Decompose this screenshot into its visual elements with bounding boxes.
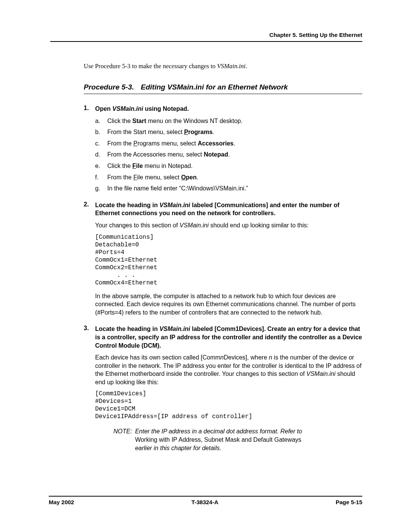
intro-suffix: . bbox=[245, 62, 247, 70]
t: Click the bbox=[107, 163, 132, 169]
intro-text: Use Procedure 5-3 to make the necessary … bbox=[84, 62, 362, 70]
t: Devices], where bbox=[224, 354, 269, 361]
step-2: Locate the heading in VSMain.ini labeled… bbox=[84, 201, 362, 317]
step-1-head-file: VSMain.ini bbox=[112, 105, 143, 112]
step-2-code: [Communications] Detachable=0 #Ports=4 C… bbox=[95, 233, 362, 287]
step-3: Locate the heading in VSMain.ini labeled… bbox=[84, 325, 362, 452]
intro-file: VSMain.ini bbox=[217, 62, 246, 70]
substep-1b: From the Start menu, select Programs. bbox=[95, 128, 362, 136]
substep-1f: From the File menu, select Open. bbox=[95, 173, 362, 182]
t: Each device has its own section called [… bbox=[95, 354, 220, 361]
step-1-head-c: using Notepad. bbox=[143, 105, 189, 112]
substep-1a: Click the Start menu on the Windows NT d… bbox=[95, 117, 362, 125]
step-2-file: VSMain.ini bbox=[159, 202, 190, 208]
step-1-substeps: Click the Start menu on the Windows NT d… bbox=[95, 117, 362, 193]
page-footer: May 2002 T-38324-A Page 5-15 bbox=[49, 496, 362, 505]
note-label: NOTE: bbox=[113, 427, 135, 452]
step-1-head-a: Open bbox=[95, 105, 112, 112]
t: In the file name field enter “C:\Windows… bbox=[107, 185, 248, 192]
running-header: Chapter 5. Setting Up the Ethernet bbox=[50, 32, 362, 42]
t: menu, select bbox=[143, 174, 181, 181]
start-bold: Start bbox=[132, 118, 146, 124]
file2-ul: F bbox=[133, 174, 137, 181]
programs-ul: P bbox=[184, 129, 188, 135]
t: From the Start menu, select bbox=[107, 129, 184, 135]
t: menu, select bbox=[160, 140, 198, 147]
step-2-body: Your changes to this section of VSMain.i… bbox=[95, 221, 362, 230]
t: menu in Notepad. bbox=[143, 163, 193, 169]
substep-1g: In the file name field enter “C:\Windows… bbox=[95, 184, 362, 193]
substep-1d: From the Accessories menu, select Notepa… bbox=[95, 150, 362, 159]
t: VSMain.ini bbox=[306, 371, 335, 377]
t: Locate the heading in bbox=[95, 326, 159, 332]
open-rest: pen bbox=[186, 174, 196, 181]
step-1-head: Open VSMain.ini using Notepad. bbox=[95, 105, 362, 113]
footer-right: Page 5-15 bbox=[336, 499, 362, 505]
procedure-label: Procedure 5-3. bbox=[84, 83, 134, 91]
note-line2: Working with IP Address, Subnet Mask and… bbox=[135, 436, 301, 443]
t: From the Accessories menu, select bbox=[107, 151, 204, 158]
t: VSMain.ini bbox=[180, 222, 209, 228]
t: Locate the heading in bbox=[95, 202, 159, 208]
accessories-bold: Accessories bbox=[198, 140, 233, 147]
note-text: Enter the IP address in a decimal dot ad… bbox=[135, 427, 362, 452]
t: From the bbox=[107, 174, 133, 181]
step-3-head: Locate the heading in VSMain.ini labeled… bbox=[95, 325, 362, 350]
step-3-code: [Comm1Devices] #Devices=1 Device1=DCM De… bbox=[95, 390, 362, 420]
notepad-bold: Notepad bbox=[204, 151, 228, 158]
t: Click the bbox=[107, 118, 132, 124]
step-2-after: In the above sample, the computer is att… bbox=[95, 292, 362, 317]
procedure-name: Editing VSMain.ini for an Ethernet Netwo… bbox=[141, 83, 288, 91]
t: . bbox=[234, 140, 235, 147]
t: n bbox=[220, 354, 224, 361]
file-rest: ile bbox=[136, 163, 143, 169]
body-content: Use Procedure 5-3 to make the necessary … bbox=[50, 62, 362, 452]
t: n bbox=[269, 354, 272, 361]
t: From the bbox=[107, 140, 133, 147]
programs2-ul: P bbox=[133, 140, 137, 147]
file-ul: F bbox=[132, 163, 136, 169]
step-1: Open VSMain.ini using Notepad. Click the… bbox=[84, 105, 362, 193]
t: Your changes to this section of bbox=[95, 222, 180, 228]
substep-1e: Click the File menu in Notepad. bbox=[95, 162, 362, 170]
procedure-title: Procedure 5-3.Editing VSMain.ini for an … bbox=[84, 83, 362, 94]
step-3-body: Each device has its own section called [… bbox=[95, 353, 362, 386]
substep-1c: From the Programs menu, select Accessori… bbox=[95, 139, 362, 148]
intro-prefix: Use Procedure 5-3 to make the necessary … bbox=[84, 62, 217, 70]
note-line1: Enter the IP address in a decimal dot ad… bbox=[135, 428, 302, 435]
programs-rest: rograms bbox=[188, 129, 213, 135]
step-2-head: Locate the heading in VSMain.ini labeled… bbox=[95, 201, 362, 217]
t: menu on the Windows NT desktop. bbox=[146, 118, 242, 124]
note-line3: earlier in this chapter for details. bbox=[135, 445, 221, 451]
programs2-rest: rograms bbox=[137, 140, 160, 147]
t: . bbox=[213, 129, 214, 135]
file2-rest: ile bbox=[137, 174, 143, 181]
footer-left: May 2002 bbox=[49, 499, 74, 505]
steps-list: Open VSMain.ini using Notepad. Click the… bbox=[84, 105, 362, 452]
note-block: NOTE: Enter the IP address in a decimal … bbox=[113, 427, 362, 452]
footer-center: T-38324-A bbox=[191, 499, 218, 505]
t: should end up looking similar to this: bbox=[209, 222, 308, 228]
t: VSMain.ini bbox=[159, 326, 190, 332]
t: . bbox=[228, 151, 229, 158]
t: . bbox=[197, 174, 198, 181]
open-ul: O bbox=[181, 174, 186, 181]
